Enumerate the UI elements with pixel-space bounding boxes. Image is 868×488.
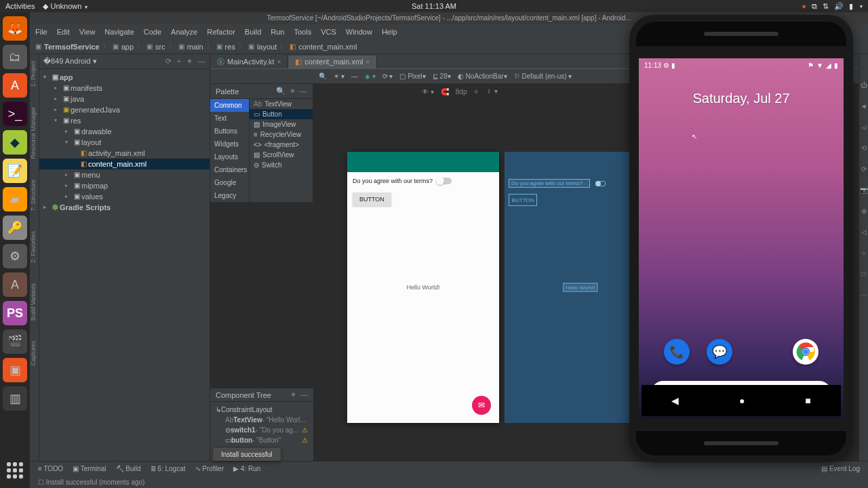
overview-icon[interactable]: □ (861, 270, 865, 278)
zoom-icon[interactable]: ⊕ (861, 207, 867, 215)
build-tab[interactable]: 🔨 Build (116, 465, 141, 472)
firefox-icon[interactable]: 🦊 (3, 16, 27, 41)
view-options-icon[interactable]: 👁 ▾ (422, 88, 434, 96)
captures-tab[interactable]: Captures (30, 341, 39, 366)
vol-dn-icon[interactable]: ◅ (861, 123, 867, 131)
structure-tab[interactable]: 7: Structure (30, 180, 39, 211)
menu-edit[interactable]: Edit (57, 28, 70, 36)
tweaks-icon[interactable]: ▥ (3, 386, 27, 411)
show-apps-icon[interactable] (3, 458, 27, 483)
preview-switch[interactable] (437, 178, 452, 184)
device-select[interactable]: ▢ Pixel▾ (399, 73, 425, 80)
run-tab[interactable]: ▶ 4: Run (233, 465, 260, 472)
preview-button[interactable]: BUTTON (353, 192, 391, 206)
theme-select[interactable]: ◐ NoActionBar▾ (458, 73, 507, 80)
breadcrumb-layout[interactable]: layout (257, 43, 277, 51)
palette-switch[interactable]: ⊝Switch (250, 160, 313, 170)
store-icon[interactable]: A (3, 73, 27, 98)
text-editor-icon[interactable]: 📝 (3, 159, 27, 183)
sublime-icon[interactable]: ▰ (3, 187, 27, 211)
nav-overview-icon[interactable]: ■ (805, 395, 810, 406)
todo-tab[interactable]: ≡ TODO (38, 465, 63, 472)
nav-home-icon[interactable]: ● (739, 395, 745, 406)
network-icon[interactable]: ⇅ (823, 2, 829, 11)
ct-button[interactable]: ▭ button - "Button"⚠ (216, 435, 308, 445)
project-tab[interactable]: 1: Project (30, 61, 39, 87)
project-hide-icon[interactable]: — (198, 57, 205, 66)
volume-icon[interactable]: 🔊 (834, 2, 844, 11)
camera-icon[interactable]: 📷 (860, 186, 868, 194)
project-settings-icon[interactable]: ✴ (186, 57, 193, 66)
palette-recyclerview[interactable]: ≡RecyclerView (250, 129, 313, 140)
more-icon[interactable]: ⋯ (861, 291, 867, 299)
home-icon[interactable]: ○ (861, 249, 865, 257)
palette-scrollview[interactable]: ▤ScrollView (250, 150, 313, 160)
project-tree[interactable]: ▾▣app ▸▣manifests ▸▣java ▸▣generatedJava… (39, 69, 210, 216)
project-sync-icon[interactable]: ⟳ (165, 57, 172, 66)
bp-button[interactable]: BUTTON (509, 194, 537, 206)
emulator-screen[interactable]: 11:13 ⚙ ▮ ⚑ ▼ ◢ ▮ Saturday, Jul 27 ↖ 📞 💬 (639, 58, 844, 419)
rotate-l-icon[interactable]: ⟲ (861, 144, 867, 152)
em-phone-icon[interactable]: 📞 (664, 339, 690, 365)
menu-build[interactable]: Build (245, 28, 261, 36)
palette-cat-layouts[interactable]: Layouts (210, 150, 249, 163)
palette-cat-containers[interactable]: Containers (210, 163, 249, 176)
phpstorm-icon[interactable]: PS (3, 301, 27, 325)
system-menu-icon[interactable]: ▾ (860, 3, 863, 9)
ct-textview[interactable]: Ab TextView - "Hello Worl... (216, 415, 308, 425)
infer-icon[interactable]: ✧ (473, 88, 479, 96)
ct-switch[interactable]: ⊝ switch1 - "Do you ag...⚠ (216, 425, 308, 435)
menu-help[interactable]: Help (382, 28, 397, 36)
ct-gear-icon[interactable]: ✴ (290, 390, 296, 399)
screenshot-icon[interactable]: ⧉ (812, 2, 817, 11)
magnet-icon[interactable]: 🧲 (441, 88, 449, 96)
updater-icon[interactable]: A (3, 272, 27, 297)
settings-icon[interactable]: ⚙ (3, 244, 27, 268)
palette-fragment[interactable]: <><fragment> (250, 140, 313, 150)
palette-cat-text[interactable]: Text (210, 112, 249, 125)
menu-vcs[interactable]: VCS (321, 28, 336, 36)
bp-switch[interactable]: Do you agree with our terms? (509, 179, 590, 188)
preview-fab[interactable]: ✉ (472, 396, 491, 415)
menu-tools[interactable]: Tools (294, 28, 311, 36)
media-icon[interactable]: 🎬 (3, 329, 27, 354)
menu-analyze[interactable]: Analyze (171, 28, 197, 36)
project-scope[interactable]: �849 Android ▾ (43, 57, 97, 66)
nav-back-icon[interactable]: ◀ (671, 395, 679, 406)
palette-cat-widgets[interactable]: Widgets (210, 138, 249, 150)
tab-mainactivity[interactable]: ⓚMainActivity.kt× (210, 55, 288, 68)
clock[interactable]: Sat 11:13 AM (412, 2, 456, 10)
margin-select[interactable]: 8dp (456, 88, 467, 96)
palette-cat-buttons[interactable]: Buttons (210, 125, 249, 138)
android-studio-icon[interactable]: ◆ (3, 130, 27, 155)
ct-root[interactable]: ↳ ConstraintLayout (216, 405, 308, 415)
palette-button[interactable]: ▭Button (250, 109, 313, 119)
design-mode-icon[interactable]: ◈ ▾ (365, 73, 376, 80)
locale-select[interactable]: ⚐ Default (en-us) ▾ (514, 73, 572, 80)
em-messages-icon[interactable]: 💬 (707, 339, 732, 365)
resource-tab[interactable]: Resource Manager (30, 107, 39, 159)
palette-textview[interactable]: AbTextView (250, 99, 313, 109)
passwords-icon[interactable]: 🔑 (3, 216, 27, 240)
activities-button[interactable]: Activities (5, 2, 35, 11)
bp-hello[interactable]: Hello World! (563, 283, 597, 292)
terminal-icon[interactable]: >_ (3, 102, 27, 126)
palette-cat-common[interactable]: Common (210, 99, 249, 112)
logcat-tab[interactable]: ≣ 6: Logcat (151, 465, 186, 472)
menu-code[interactable]: Code (144, 28, 161, 36)
palette-cat-google[interactable]: Google (210, 176, 249, 189)
app-icon[interactable]: ▣ (3, 358, 27, 382)
rotate-r-icon[interactable]: ⟳ (861, 165, 867, 173)
menu-refactor[interactable]: Refactor (207, 28, 235, 36)
app-menu[interactable]: ◆ Unknown ▾ (43, 2, 87, 11)
menu-file[interactable]: File (35, 28, 47, 36)
design-preview[interactable]: Do you agree with our terms? BUTTON Hell… (347, 152, 499, 423)
menu-run[interactable]: Run (271, 28, 284, 36)
guidelines-icon[interactable]: Ｉ ▾ (486, 87, 498, 96)
menu-window[interactable]: Window (346, 28, 372, 36)
search-icon[interactable]: 🔍 (319, 73, 327, 80)
battery-icon[interactable]: ▮ (849, 2, 853, 11)
project-collapse-icon[interactable]: ÷ (177, 57, 181, 66)
power-icon[interactable]: ⏻ (861, 81, 867, 89)
eventlog-tab[interactable]: ▤ Event Log (821, 465, 860, 472)
